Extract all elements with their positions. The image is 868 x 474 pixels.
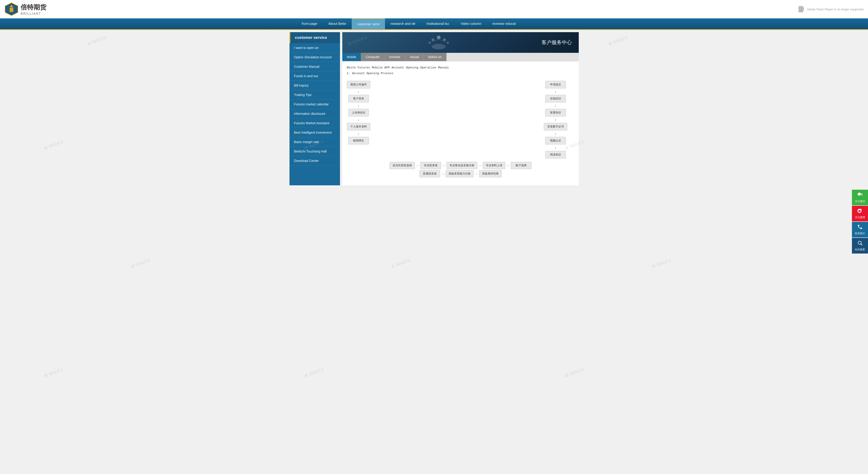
sidebar-item-open-account[interactable]: I want to open an	[289, 43, 340, 53]
content-subtitle: 1. Account Opening Process	[347, 72, 574, 75]
sidebar-item-bill[interactable]: Bill inquiry	[289, 81, 340, 90]
arrow-right-2: →	[442, 164, 445, 168]
flow-box-risk-result: 风险测评结果	[479, 170, 502, 177]
content-title: Beite Futures Mobile APP Account Opening…	[347, 66, 574, 69]
content-area: 客户服务中心 Mobile Computer investor Actual N…	[342, 32, 579, 185]
arrow-down-r2: ↓	[555, 104, 556, 108]
banner-illustration	[425, 34, 453, 51]
arrow-down-r1: ↓	[555, 90, 556, 93]
svg-point-7	[447, 41, 449, 44]
nav-item-about[interactable]: About Beite	[323, 18, 352, 29]
sidebar-item-trading-tips[interactable]: Trading Tips	[289, 90, 340, 100]
arrow-down-3: ↓	[358, 118, 360, 121]
right-flow-column: 申请提交 ↓ 在线回访 ↓ 签署协议 ↓ 安装数字证书 ↓ 视频认证 ↓ 阅读协…	[544, 81, 567, 158]
nav-inner: front page About Beite customer servi re…	[297, 18, 572, 29]
flash-notice: Adobe Flash Player is no longer supporte…	[798, 6, 863, 12]
flow-row-1: 适当性类型选择 → 专业投资者 → 专业客信息采集问卷 → 专业资料上传 → 账…	[347, 162, 574, 169]
sidebar-item-futures-calendar[interactable]: Futures market calendar	[289, 100, 340, 109]
nav-item-customer[interactable]: customer servi	[352, 18, 385, 29]
flowchart: 期货公司编号 ↓ 客户登录 ↓ 上传身份证 ↓ 个人基本资料 ↓ 银期绑定 申请…	[347, 79, 574, 181]
sidebar: customer service I want to open an Optio…	[289, 32, 340, 185]
sidebar-item-funds[interactable]: Funds in and out	[289, 71, 340, 81]
main-container: customer service I want to open an Optio…	[287, 30, 581, 188]
arrow-down-1: ↓	[358, 90, 360, 93]
flow-box-normal-investor: 普通投资者	[420, 170, 440, 177]
sidebar-item-disclosure[interactable]: Information disclosure	[289, 109, 340, 119]
content-body: Beite Futures Mobile APP Account Opening…	[342, 61, 579, 185]
flow-box-account-select: 账户选择	[511, 162, 531, 169]
sidebar-item-best-intelligent[interactable]: Best Intelligent Investment	[289, 128, 340, 137]
nav-item-investor[interactable]: investor educat	[487, 18, 521, 29]
watermark-3: ⊕ WikiFX	[607, 35, 628, 47]
flow-box-online-visit: 在线回访	[545, 95, 566, 102]
arrow-down-r3: ↓	[555, 118, 556, 121]
flow-box-bank-bind: 银期绑定	[348, 137, 369, 144]
flow-row-2: 普通投资者 → 风险承受能力问卷 → 风险测评结果	[347, 170, 574, 177]
sidebar-item-option-simulation[interactable]: Option Simulation Account	[289, 53, 340, 62]
arrow-right-4: →	[506, 164, 509, 168]
tab-computer[interactable]: Computer	[361, 53, 384, 61]
flow-box-risk-questionnaire: 风险承受能力问卷	[445, 170, 474, 177]
flow-box-customer-login: 客户登录	[348, 95, 369, 102]
flow-box-install-cert: 安装数字证书	[544, 123, 567, 130]
left-flow-column: 期货公司编号 ↓ 客户登录 ↓ 上传身份证 ↓ 个人基本资料 ↓ 银期绑定	[347, 81, 370, 158]
flow-box-personal-info: 个人基本资料	[347, 123, 370, 130]
nav-item-frontpage[interactable]: front page	[297, 18, 323, 29]
arrow-down-4: ↓	[358, 132, 360, 136]
arrow-right-1: →	[416, 164, 419, 168]
banner: 客户服务中心	[342, 32, 579, 53]
svg-point-3	[437, 36, 440, 39]
flow-box-pro-upload: 专业资料上传	[483, 162, 505, 169]
tab-notice[interactable]: Notice on	[424, 53, 446, 61]
logo-area: 倍特期货 BRILLIANT	[5, 2, 46, 16]
flow-box-pro-investor: 专业投资者	[420, 162, 441, 169]
flow-box-futures-num: 期货公司编号	[347, 81, 370, 88]
logo-text: 倍特期货 BRILLIANT	[21, 3, 46, 16]
header: 倍特期货 BRILLIANT Adobe Flash Player is no …	[0, 0, 868, 18]
sidebar-item-touzhang-hall[interactable]: Beitezhi Touzhang Hall	[289, 147, 340, 156]
banner-title: 客户服务中心	[541, 39, 572, 46]
flow-box-submit: 申请提交	[545, 81, 566, 88]
svg-point-8	[432, 44, 445, 49]
nav-item-research[interactable]: research and de	[385, 18, 421, 29]
flow-box-type-select: 适当性类型选择	[390, 162, 415, 169]
svg-rect-2	[10, 8, 13, 12]
sidebar-title: customer service	[289, 32, 340, 43]
sidebar-item-download[interactable]: Download Center	[289, 156, 340, 166]
arrow-down-r5: ↓	[555, 146, 556, 149]
arrow-right-3: →	[478, 164, 482, 168]
logo-chinese: 倍特期货	[21, 3, 46, 12]
bottom-flow: 适当性类型选择 → 专业投资者 → 专业客信息采集问卷 → 专业资料上传 → 账…	[347, 162, 574, 177]
sidebar-item-futures-assistant[interactable]: Futures Market Assistant	[289, 119, 340, 128]
tab-actual[interactable]: Actual	[405, 53, 424, 61]
puzzle-icon	[798, 6, 805, 12]
flow-box-sign-agreement: 签署协议	[545, 109, 566, 116]
arrow-right-6: →	[475, 172, 478, 176]
watermark-4: ⊕ WikiFX	[43, 139, 64, 151]
flow-box-pro-questionnaire: 专业客信息采集问卷	[446, 162, 477, 169]
logo-english: BRILLIANT	[21, 12, 46, 16]
logo-icon	[5, 2, 19, 16]
svg-point-6	[428, 41, 431, 44]
arrow-down-r4: ↓	[555, 132, 556, 136]
sidebar-item-margin-rate[interactable]: Basic margin rate	[289, 137, 340, 147]
nav-bar: front page About Beite customer servi re…	[0, 18, 868, 30]
watermark-1: ⊕ WikiFX	[87, 35, 108, 47]
nav-item-video[interactable]: Video column	[455, 18, 487, 29]
tabs-bar: Mobile Computer investor Actual Notice o…	[342, 53, 579, 61]
flow-box-read-agreement: 阅读协议	[545, 151, 566, 158]
flow-box-upload-id: 上传身份证	[348, 109, 369, 116]
flow-box-video-auth: 视频认证	[545, 137, 566, 144]
tab-investor[interactable]: investor	[384, 53, 405, 61]
arrow-down-2: ↓	[358, 104, 360, 108]
nav-item-institutional[interactable]: Institutional bu:	[421, 18, 455, 29]
tab-mobile[interactable]: Mobile	[342, 53, 361, 61]
sidebar-item-customer-manual[interactable]: Customer Manual	[289, 62, 340, 71]
arrow-right-5: →	[441, 172, 444, 176]
